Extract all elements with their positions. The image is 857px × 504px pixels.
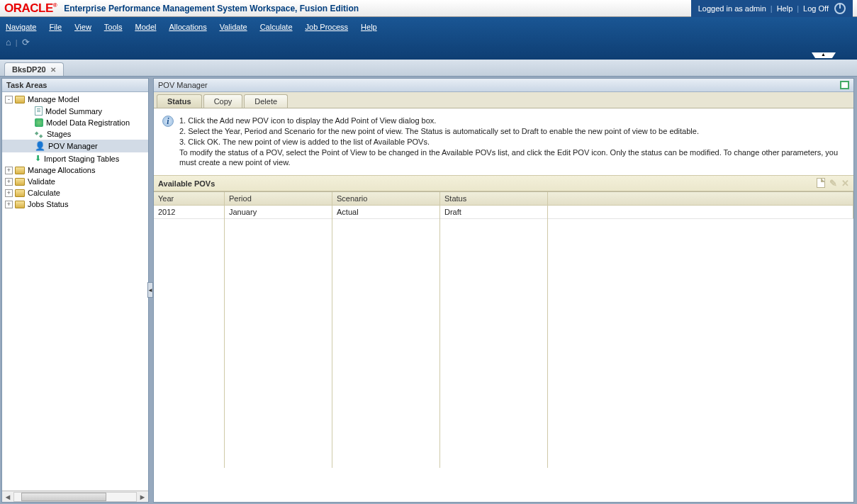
workspace: Task Areas -Manage ModelModel SummaryMod…: [0, 77, 857, 504]
tree-label: Model Data Registration: [46, 118, 130, 127]
tree-label: Validate: [28, 177, 55, 186]
oracle-logo: ORACLE®: [4, 1, 57, 16]
help-link[interactable]: Help: [777, 4, 793, 13]
stages-icon: [35, 130, 44, 138]
tree-label: Calculate: [28, 189, 60, 197]
info-icon: i: [162, 116, 174, 127]
document-tab[interactable]: BksDP20 ✕: [4, 62, 64, 76]
task-tree: -Manage ModelModel SummaryModel Data Reg…: [2, 92, 148, 491]
info-area: i 1. Click the Add new POV icon to displ…: [154, 108, 853, 175]
tree-label: Import Staging Tables: [44, 155, 119, 163]
tree-item-import-staging-tables[interactable]: ⬇Import Staging Tables: [2, 152, 148, 164]
tree-toggle-icon[interactable]: +: [5, 167, 13, 174]
tree-label: Stages: [47, 130, 71, 138]
panel-title-bar: POV Manager: [154, 79, 853, 92]
menu-tools[interactable]: Tools: [104, 23, 123, 31]
app-header: ORACLE® Enterprise Performance Managemen…: [0, 0, 857, 17]
folder-icon: [15, 178, 25, 186]
panel-title: POV Manager: [158, 81, 208, 89]
logoff-link[interactable]: Log Off: [803, 4, 829, 13]
import-icon: ⬇: [35, 154, 41, 163]
tree-toggle-icon[interactable]: +: [5, 201, 13, 208]
section-title: Available POVs: [158, 179, 215, 188]
tab-delete[interactable]: Delete: [244, 94, 288, 108]
person-icon: 👤: [35, 141, 45, 151]
inner-tabs: StatusCopyDelete: [154, 92, 853, 108]
delete-pov-icon[interactable]: ✕: [841, 178, 849, 189]
tree-item-model-data-registration[interactable]: Model Data Registration: [2, 117, 148, 128]
folder-icon: [15, 167, 25, 174]
menu-navigate[interactable]: Navigate: [6, 23, 36, 31]
tree-toggle-icon[interactable]: +: [5, 178, 13, 186]
tree-label: Manage Allocations: [28, 166, 95, 174]
menu-file[interactable]: File: [49, 23, 62, 31]
tree-label: Jobs Status: [28, 200, 68, 208]
collapse-handle-icon[interactable]: [812, 52, 836, 58]
tree-label: POV Manager: [48, 142, 98, 150]
scroll-right-icon[interactable]: ►: [137, 493, 148, 501]
scroll-left-icon[interactable]: ◄: [2, 493, 13, 501]
tree-item-jobs-status[interactable]: +Jobs Status: [2, 198, 148, 210]
close-tab-icon[interactable]: ✕: [50, 66, 56, 74]
menu-job-process[interactable]: Job Process: [306, 23, 349, 31]
add-pov-icon[interactable]: [817, 178, 825, 188]
refresh-link-icon[interactable]: ⟳: [22, 37, 30, 47]
tree-toggle-icon[interactable]: -: [5, 96, 13, 103]
tree-label: Manage Model: [28, 95, 79, 103]
home-icon[interactable]: ⌂: [6, 37, 11, 47]
splitter-grip-icon[interactable]: ◄: [147, 282, 153, 298]
column-header-period[interactable]: Period: [225, 192, 332, 205]
tree-item-manage-allocations[interactable]: +Manage Allocations: [2, 164, 148, 176]
table-row[interactable]: 2012JanuaryActualDraft: [154, 206, 853, 219]
tree-item-validate[interactable]: +Validate: [2, 176, 148, 187]
column-header-scenario[interactable]: Scenario: [332, 192, 440, 205]
header-user-area: Logged in as admin | Help | Log Off: [691, 0, 853, 17]
app-title: Enterprise Performance Management System…: [64, 4, 359, 13]
menu-validate[interactable]: Validate: [220, 23, 247, 31]
folder-icon: [15, 201, 25, 208]
menubar: NavigateFileViewToolsModelAllocationsVal…: [0, 17, 857, 60]
tab-copy[interactable]: Copy: [203, 94, 243, 108]
sidebar-title: Task Areas: [2, 79, 148, 92]
logged-in-label: Logged in as admin: [698, 4, 766, 13]
tree-item-model-summary[interactable]: Model Summary: [2, 105, 148, 117]
tab-status[interactable]: Status: [157, 94, 202, 108]
document-tabbar: BksDP20 ✕: [0, 60, 857, 77]
folder-icon: [15, 96, 25, 103]
pov-grid: YearPeriodScenarioStatus 2012JanuaryActu…: [154, 191, 853, 502]
info-text: 1. Click the Add new POV icon to display…: [179, 116, 845, 168]
tree-label: Model Summary: [45, 107, 102, 116]
splitter[interactable]: ◄: [149, 77, 153, 504]
edit-pov-icon[interactable]: ✎: [829, 178, 837, 189]
tree-toggle-icon[interactable]: +: [5, 189, 13, 197]
column-header-extra[interactable]: [548, 192, 853, 205]
folder-icon: [15, 189, 25, 197]
menu-view[interactable]: View: [74, 23, 91, 31]
registration-icon: [35, 118, 43, 127]
available-povs-header: Available POVs ✎ ✕: [154, 175, 853, 191]
document-tab-label: BksDP20: [12, 65, 46, 74]
tree-item-pov-manager[interactable]: 👤POV Manager: [2, 140, 148, 152]
column-header-status[interactable]: Status: [440, 192, 548, 205]
menu-model[interactable]: Model: [135, 23, 157, 31]
tree-item-calculate[interactable]: +Calculate: [2, 187, 148, 198]
tree-item-stages[interactable]: Stages: [2, 128, 148, 140]
main-panel: POV Manager StatusCopyDelete i 1. Click …: [153, 78, 854, 503]
sidebar: Task Areas -Manage ModelModel SummaryMod…: [1, 78, 149, 503]
tree-item-manage-model[interactable]: -Manage Model: [2, 94, 148, 105]
menu-help[interactable]: Help: [361, 23, 377, 31]
page-icon: [35, 106, 43, 116]
maximize-icon[interactable]: [840, 81, 849, 89]
power-icon[interactable]: [834, 3, 846, 14]
sidebar-scrollbar[interactable]: ◄ ►: [2, 491, 148, 502]
menu-calculate[interactable]: Calculate: [260, 23, 293, 31]
column-header-year[interactable]: Year: [154, 192, 225, 205]
menu-allocations[interactable]: Allocations: [169, 23, 207, 31]
